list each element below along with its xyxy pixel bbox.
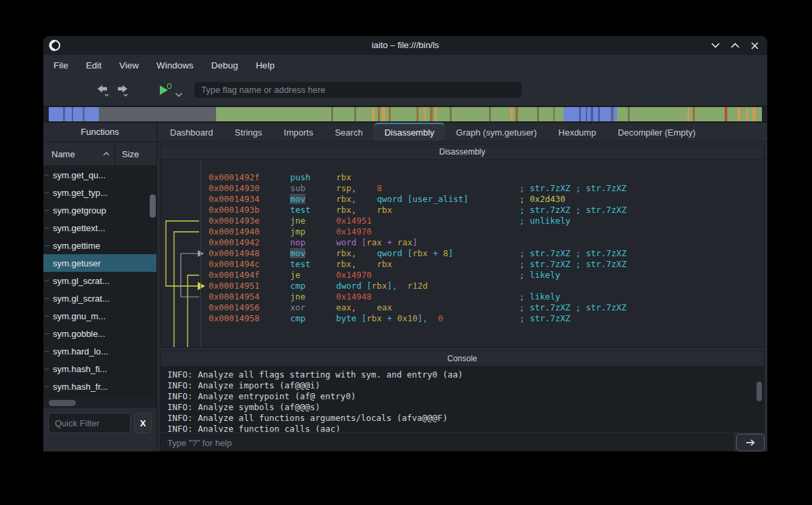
main-panel: DashboardStringsImportsSearchDisassembly…	[157, 123, 767, 451]
maximize-button[interactable]	[730, 41, 740, 50]
debug-start-button[interactable]	[158, 84, 172, 96]
debug-dropdown-button[interactable]	[175, 88, 183, 100]
disasm-row[interactable]: 0x00014956 xor eax, eax ; str.7zXZ ; str…	[209, 302, 626, 313]
back-button[interactable]	[96, 84, 111, 98]
functions-scrollbar-thumb[interactable]	[150, 195, 156, 218]
function-item-sym-gettime[interactable]: sym.gettime	[43, 237, 156, 254]
console-line: INFO: Analyze function calls (aac)	[167, 424, 764, 432]
disasm-row[interactable]: 0x00014948 mov rbx, qword [rbx + 8] ; st…	[209, 248, 626, 259]
address-search-input[interactable]	[194, 82, 521, 98]
tab-strings[interactable]: Strings	[224, 125, 273, 141]
memory-segment	[630, 107, 687, 121]
function-item-sym-gettext[interactable]: sym.gettext...	[43, 219, 156, 237]
menu-item-windows[interactable]: Windows	[148, 58, 202, 73]
disassembly-view[interactable]: 0x0001492f push rbx0x00014930 sub rsp, 8…	[161, 159, 764, 347]
memory-segment	[539, 107, 553, 121]
functions-list: sym.get_qu...sym.get_typ...sym.getgroups…	[43, 166, 156, 398]
title-bar[interactable]: iaito – file:///bin/ls	[43, 36, 767, 55]
function-item-sym-hash-fr[interactable]: sym.hash_fr...	[43, 378, 156, 395]
memory-segment	[85, 107, 99, 121]
function-label: sym.gettime	[53, 241, 100, 251]
function-item-sym-get-typ[interactable]: sym.get_typ...	[43, 184, 156, 201]
disasm-row[interactable]: 0x0001494f je 0x14970 ; likely	[209, 270, 626, 281]
menu-item-debug[interactable]: Debug	[202, 58, 247, 73]
function-item-sym-gl-scrat[interactable]: sym.gl_scrat...	[43, 272, 156, 289]
disasm-row[interactable]: 0x0001493b test rbx, rbx ; str.7zXZ ; st…	[209, 205, 626, 216]
tab-decompiler-empty[interactable]: Decompiler (Empty)	[607, 125, 706, 141]
function-label: sym.getuser	[53, 258, 101, 268]
jump-arrow-jmp-offscreen	[174, 232, 199, 347]
tab-hexdump[interactable]: Hexdump	[548, 125, 607, 141]
console-scrollbar-thumb[interactable]	[756, 382, 762, 401]
function-item-sym-getgroup[interactable]: sym.getgroup	[43, 201, 156, 219]
console-line: INFO: Analyze entrypoint (af@ entry0)	[167, 391, 764, 402]
console-output: INFO: Analyze all flags starting with sy…	[161, 366, 764, 432]
disassembly-dock-header[interactable]: Disassembly	[161, 144, 764, 159]
console-dock-header[interactable]: Console	[161, 351, 764, 366]
function-item-sym-get-qu[interactable]: sym.get_qu...	[43, 166, 156, 184]
tab-dashboard[interactable]: Dashboard	[159, 125, 224, 141]
tab-disassembly[interactable]: Disassembly	[374, 123, 446, 141]
memory-segment	[740, 107, 746, 121]
tab-search[interactable]: Search	[324, 125, 373, 141]
function-item-sym-hash-fi[interactable]: sym.hash_fi...	[43, 360, 156, 378]
menu-item-view[interactable]: View	[110, 58, 148, 73]
disasm-row[interactable]: 0x00014930 sub rsp, 8 ; str.7zXZ ; str.7…	[209, 183, 626, 194]
minimize-button[interactable]	[710, 41, 720, 50]
memory-segment	[727, 107, 738, 121]
memory-segment	[452, 107, 489, 121]
memory-segment	[695, 107, 725, 121]
menu-item-file[interactable]: File	[45, 58, 77, 73]
tab-imports[interactable]: Imports	[273, 125, 324, 141]
quick-filter-input[interactable]	[48, 413, 131, 433]
disasm-row[interactable]: 0x00014940 jmp 0x14970	[209, 226, 626, 237]
memory-segment	[491, 107, 511, 121]
console-command-input[interactable]	[160, 434, 733, 451]
function-label: sym.hash_fr...	[53, 382, 108, 392]
functions-horizontal-scrollbar[interactable]	[43, 398, 156, 408]
disasm-row[interactable]: 0x0001493e jne 0x14951 ; unlikely	[209, 216, 626, 226]
function-label: sym.hard_lo...	[53, 346, 108, 357]
tab-bar: DashboardStringsImportsSearchDisassembly…	[157, 123, 767, 142]
tab-graph-sym-getuser[interactable]: Graph (sym.getuser)	[445, 125, 547, 141]
functions-panel-title: Functions	[43, 123, 156, 142]
gutter-separator	[200, 160, 201, 347]
disasm-row[interactable]: 0x00014958 cmp byte [rbx + 0x10], 0 ; st…	[209, 313, 626, 324]
function-item-sym-hard-lo[interactable]: sym.hard_lo...	[43, 342, 156, 360]
function-label: sym.gl_scrat...	[53, 294, 110, 304]
function-label: sym.gobble...	[53, 329, 105, 339]
memory-segment	[563, 107, 579, 121]
close-button[interactable]	[750, 41, 759, 50]
console-line: INFO: Analyze symbols (af@@@s)	[167, 402, 764, 413]
column-header-name[interactable]: Name	[43, 142, 115, 165]
function-label: sym.gl_scrat...	[53, 276, 110, 286]
forward-button[interactable]	[115, 84, 130, 98]
function-label: sym.getgroup	[53, 205, 106, 216]
clear-filter-button[interactable]: X	[134, 413, 152, 433]
memory-segment	[49, 107, 63, 121]
function-item-sym-gobble[interactable]: sym.gobble...	[43, 325, 156, 342]
menu-item-help[interactable]: Help	[247, 58, 284, 73]
disasm-row[interactable]: 0x00014942 nop word [rax + rax]	[209, 237, 626, 248]
disasm-row[interactable]: 0x00014951 cmp dword [rbx], r12d	[209, 281, 626, 291]
scrollbar-thumb[interactable]	[49, 400, 76, 406]
disasm-row[interactable]: 0x0001492f push rbx	[209, 172, 626, 183]
disassembly-code: 0x0001492f push rbx0x00014930 sub rsp, 8…	[209, 172, 626, 324]
disasm-row[interactable]: 0x00014954 jne 0x14948 ; likely	[209, 291, 626, 302]
memory-segment	[99, 107, 216, 121]
function-label: sym.get_qu...	[53, 170, 106, 180]
memory-map-bar[interactable]	[49, 107, 762, 121]
disassembly-dock: Disassembly 0x0001492f push rbx0x0001493…	[160, 144, 765, 348]
console-line: INFO: Analyze imports (af@@@i)	[167, 380, 764, 391]
function-item-sym-getuser[interactable]: sym.getuser	[43, 254, 156, 272]
disasm-row[interactable]: 0x00014934 mov rbx, qword [user_alist] ;…	[209, 194, 626, 205]
memory-segment	[756, 107, 761, 121]
function-label: sym.get_typ...	[53, 188, 108, 198]
function-item-sym-gl-scrat[interactable]: sym.gl_scrat...	[43, 289, 156, 307]
disasm-row[interactable]: 0x0001494c test rbx, rbx ; str.7zXZ ; st…	[209, 259, 626, 270]
function-item-sym-gnu-m[interactable]: sym.gnu_m...	[43, 307, 156, 325]
column-header-size[interactable]: Size	[115, 142, 156, 165]
menu-item-edit[interactable]: Edit	[77, 58, 110, 73]
execute-command-button[interactable]	[736, 434, 765, 451]
functions-column-header: Name Size	[43, 142, 156, 166]
